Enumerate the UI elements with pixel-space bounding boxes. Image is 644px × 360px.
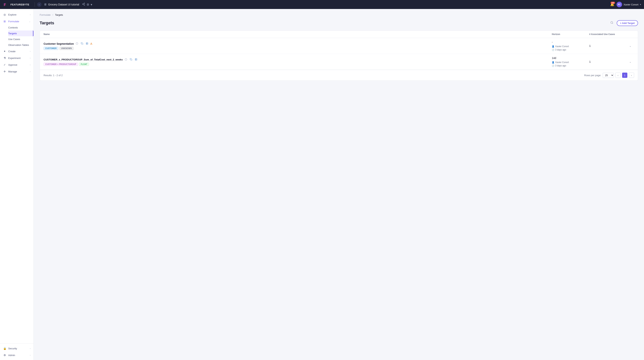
prev-page-button[interactable]: ‹: [616, 73, 621, 78]
chevron-right-icon: ›: [30, 64, 30, 66]
sidebar-item-formulate[interactable]: ⊞ Formulate ⌄: [0, 18, 34, 25]
breadcrumb-current: Targets: [55, 14, 63, 16]
row1-count: 1: [589, 44, 626, 47]
row1-warning-icon: ⚠: [90, 42, 92, 45]
sidebar-item-label: Approve: [8, 64, 28, 66]
sidebar-item-observation-tables[interactable]: Observation Tables: [8, 42, 34, 48]
sidebar-item-label: Admin: [8, 354, 28, 357]
row1-time: 🕐 3 days ago: [552, 49, 589, 51]
share-button[interactable]: [81, 2, 86, 7]
row1-name-text[interactable]: Customer Segmentation: [44, 42, 74, 45]
svg-line-6: [83, 3, 84, 4]
chevron-right-icon: ›: [30, 347, 30, 349]
sidebar-item-create[interactable]: ✦ Create ›: [0, 48, 34, 55]
page-title: Targets: [40, 21, 54, 26]
sidebar-item-approve[interactable]: ✓ Approve ›: [0, 61, 34, 68]
chevron-down-icon: ⌄: [29, 21, 30, 23]
sidebar-item-security[interactable]: 🔒 Security ›: [0, 345, 34, 352]
sidebar: ◎ Explore › ⊞ Formulate ⌄ Contexts Targe…: [0, 9, 34, 360]
user-chevron[interactable]: ▾: [640, 3, 641, 6]
formulate-submenu: Contexts Targets Use Cases Observation T…: [0, 25, 34, 48]
row2-meta: 14d 👤 Xavier Conort 🕐 3 days ago: [552, 57, 589, 67]
svg-point-2: [84, 3, 85, 4]
svg-point-7: [611, 22, 613, 24]
row1-name-cell: Customer Segmentation ⚠: [44, 42, 552, 50]
project-chevron-button[interactable]: ▾: [90, 2, 93, 7]
sidebar-item-manage[interactable]: ✛ Manage ›: [0, 68, 34, 75]
search-button[interactable]: [609, 20, 614, 26]
clock-icon: 🕐: [552, 49, 554, 51]
project-title: Grocery Dataset UI tutorial: [48, 3, 79, 6]
tag-cxp[interactable]: CUSTOMER × PRODUCTGROUP: [44, 63, 78, 66]
row2-table-button[interactable]: [134, 58, 138, 62]
approve-icon: ✓: [3, 63, 6, 66]
rows-per-page-label: Rows per page:: [584, 74, 601, 77]
breadcrumb: Formulate > Targets: [40, 14, 638, 16]
table-row: CUSTOMER_x_PRODUCTGROUP_Sum_of_TotalCost…: [40, 54, 638, 70]
sidebar-item-experiment[interactable]: ⚗ Experiment ›: [0, 55, 34, 61]
tag-customer[interactable]: CUSTOMER: [44, 47, 58, 50]
settings-button[interactable]: ⚙: [86, 2, 90, 7]
row1-name: Customer Segmentation ⚠: [44, 42, 552, 46]
sidebar-bottom: 🔒 Security › ⚙ Admin ›: [0, 343, 34, 360]
row1-expand-button[interactable]: ⌄: [626, 44, 634, 47]
breadcrumb-parent[interactable]: Formulate: [40, 14, 51, 16]
sidebar-item-targets[interactable]: Targets: [8, 31, 34, 36]
tag-unknown[interactable]: UNKNOWN: [60, 47, 74, 50]
sidebar-item-explore[interactable]: ◎ Explore ›: [0, 11, 34, 18]
row2-horizon: 14d: [552, 57, 589, 60]
table-header: Name Horizon # Associated Use Cases: [40, 31, 638, 38]
notification-badge: 182: [610, 2, 615, 4]
svg-text:F: F: [4, 3, 6, 7]
chevron-right-icon: ›: [30, 50, 30, 52]
svg-rect-19: [130, 59, 132, 60]
page-header: Targets + Add Target: [40, 20, 638, 26]
sidebar-item-contexts[interactable]: Contexts: [8, 25, 34, 31]
breadcrumb-separator: >: [52, 14, 54, 16]
row2-count: 1: [589, 60, 626, 63]
row2-time: 🕐 3 days ago: [552, 64, 589, 67]
svg-rect-20: [135, 58, 137, 60]
row2-copy-button[interactable]: [129, 58, 133, 62]
next-page-button[interactable]: ›: [629, 73, 634, 78]
sidebar-item-use-cases[interactable]: Use Cases: [8, 36, 34, 42]
user-icon: 👤: [552, 61, 554, 64]
row2-info-button[interactable]: [124, 58, 128, 62]
sidebar-item-admin[interactable]: ⚙ Admin ›: [0, 352, 34, 358]
sidebar-collapse-button[interactable]: ‹: [37, 2, 42, 7]
row1-table-button[interactable]: [85, 42, 89, 46]
explore-icon: ◎: [3, 13, 6, 16]
experiment-icon: ⚗: [3, 57, 6, 60]
project-icon: 🖥: [44, 3, 47, 6]
chevron-right-icon: ›: [30, 354, 30, 356]
chevron-right-icon: ›: [30, 71, 30, 73]
tag-float[interactable]: FLOAT: [79, 63, 89, 66]
page-1-button[interactable]: 1: [622, 73, 627, 78]
formulate-icon: ⊞: [3, 20, 6, 23]
sidebar-nav: ◎ Explore › ⊞ Formulate ⌄ Contexts Targe…: [0, 9, 34, 343]
sidebar-item-label: Experiment: [8, 57, 28, 60]
sidebar-item-label: Manage: [8, 70, 28, 73]
row1-user: 👤 Xavier Conort: [552, 45, 589, 48]
row1-info-button[interactable]: [75, 42, 79, 46]
user-icon: 👤: [552, 45, 554, 48]
rows-per-page-select[interactable]: 25 50 100: [603, 73, 614, 78]
row1-horizon: -: [552, 41, 589, 44]
svg-line-5: [83, 4, 84, 5]
targets-table: Name Horizon # Associated Use Cases Cust…: [40, 31, 638, 81]
row1-copy-button[interactable]: [80, 42, 84, 46]
add-target-button[interactable]: + Add Target: [617, 20, 638, 26]
pagination: Rows per page: 25 50 100 ‹ 1 ›: [584, 73, 634, 78]
col-horizon: Horizon: [552, 33, 589, 36]
table-footer: Results: 1 - 2 of 2 Rows per page: 25 50…: [40, 70, 638, 81]
sidebar-item-label: Explore: [8, 13, 28, 16]
svg-rect-12: [86, 43, 88, 44]
notification-button[interactable]: 🔔 182: [610, 3, 614, 7]
topbar: F FEATUREBYTE ‹ 🖥 Grocery Dataset UI tut…: [0, 0, 644, 9]
user-info: XC Xavier Conort ▾: [616, 2, 641, 7]
sidebar-item-label: Security: [8, 347, 28, 350]
topbar-divider: [34, 2, 35, 7]
row2-expand-button[interactable]: ⌄: [626, 60, 634, 63]
row2-name-text[interactable]: CUSTOMER_x_PRODUCTGROUP_Sum_of_TotalCost…: [44, 58, 123, 61]
admin-icon: ⚙: [3, 354, 6, 357]
